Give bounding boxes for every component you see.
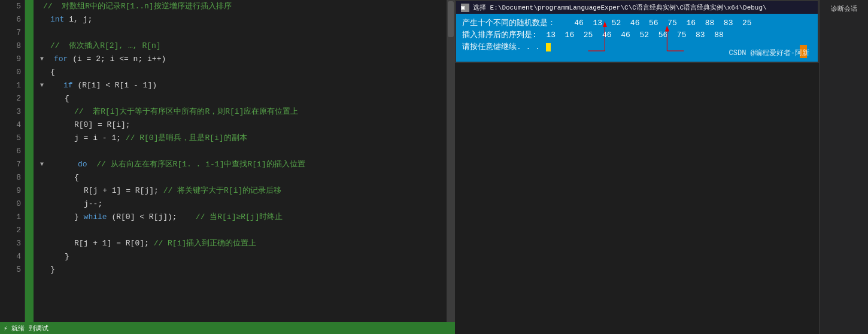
code-line: {	[38, 171, 442, 184]
line-numbers: 5 6 7 8 9 0 1 2 3 4 5 6 7 8 9 0 1 2 3 4 …	[0, 0, 25, 334]
collapse-icon[interactable]: ▼	[38, 82, 45, 89]
console-output-line1: 产生十个不同的随机数是： 46 13 52 46 56 75 16 88 83 …	[462, 17, 812, 29]
code-line: }	[38, 263, 442, 277]
code-line: // 若R[i]大于等于有序区中所有的R，则R[i]应在原有位置上	[38, 105, 442, 119]
console-title: 选择 E:\Document\programmLanguageExper\C\C…	[473, 3, 767, 12]
code-line: } while (R[0] < R[j]); // 当R[i]≥R[j]时终止	[38, 211, 442, 224]
collapse-icon[interactable]: ▼	[38, 56, 45, 63]
console-output-line2: 插入排序后的序列是: 13 16 25 46 46 52 56 75 83 88	[462, 29, 812, 41]
code-line: ▼ do // 从右向左在有序区R[1. . i-1]中查找R[i]的插入位置	[38, 158, 442, 171]
code-line: int i, j;	[38, 13, 442, 26]
cursor	[546, 43, 551, 51]
code-line: j--;	[38, 198, 442, 211]
status-text: ⚡ 就绪 到调试	[4, 324, 48, 333]
console-titlebar: ▣ 选择 E:\Document\programmLanguageExper\C…	[456, 1, 818, 14]
code-line: ▼ if (R[i] < R[i - 1])	[38, 79, 442, 92]
code-line: j = i - 1; // R[0]是哨兵，且是R[i]的副本	[38, 132, 442, 145]
code-panel: 5 6 7 8 9 0 1 2 3 4 5 6 7 8 9 0 1 2 3 4 …	[0, 0, 455, 334]
code-line: R[j + 1] = R[0]; // R[i]插入到正确的位置上	[38, 237, 442, 250]
diagnostics-label: 诊断会话	[830, 2, 858, 16]
code-line: // 对数组R中的记录R[1..n]按逆增序进行插入排序	[38, 0, 442, 13]
code-line: R[0] = R[i];	[38, 119, 442, 132]
scrollbar[interactable]	[447, 0, 455, 334]
console-body[interactable]: 产生十个不同的随机数是： 46 13 52 46 56 75 16 88 83 …	[456, 14, 818, 62]
code-line	[38, 224, 442, 237]
console-window: ▣ 选择 E:\Document\programmLanguageExper\C…	[455, 0, 819, 63]
diagnostics-sidebar: 诊断会话	[819, 0, 868, 334]
code-line	[38, 145, 442, 158]
collapse-icon[interactable]: ▼	[38, 161, 45, 168]
code-area: 5 6 7 8 9 0 1 2 3 4 5 6 7 8 9 0 1 2 3 4 …	[0, 0, 455, 334]
code-line: {	[38, 66, 442, 79]
watermark: CSDN @编程爱好者-阿新	[729, 48, 809, 58]
code-line	[38, 26, 442, 40]
bottom-status-bar: ⚡ 就绪 到调试	[0, 322, 455, 334]
code-line: ▼ for (i = 2; i <= n; i++)	[38, 53, 442, 66]
code-lines[interactable]: // 对数组R中的记录R[1..n]按逆增序进行插入排序 int i, j; /…	[34, 0, 447, 334]
code-line: R[j + 1] = R[j]; // 将关键字大于R[i]的记录后移	[38, 184, 442, 198]
code-line: // 依次插入R[2], …, R[n]	[38, 40, 442, 53]
code-line: }	[38, 250, 442, 263]
gutter	[25, 0, 34, 334]
code-line: {	[38, 92, 442, 105]
console-window-icon: ▣	[461, 4, 469, 12]
